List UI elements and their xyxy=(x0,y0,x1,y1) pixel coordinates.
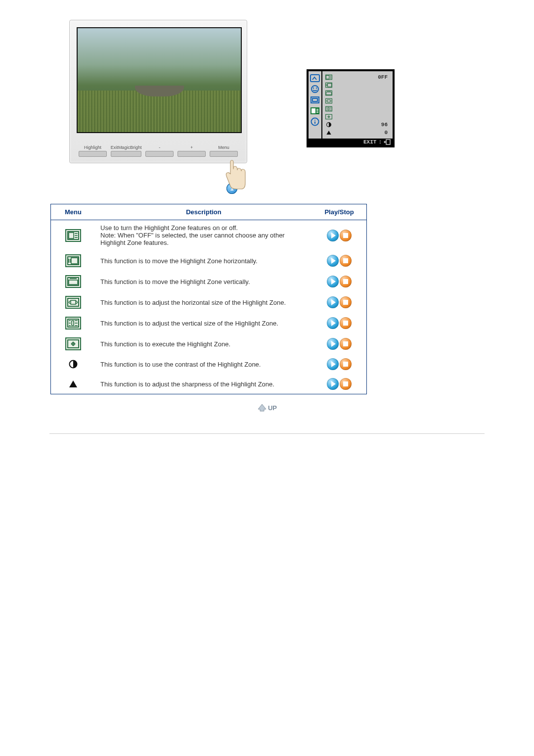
table-row: This function is to adjust the sharpness… xyxy=(51,374,367,394)
table-row: This function is to adjust the vertical … xyxy=(51,313,367,333)
execute-icon xyxy=(65,337,81,350)
stop-button[interactable] xyxy=(340,378,352,390)
osd-tab-info-icon xyxy=(310,117,320,127)
contrast-icon xyxy=(325,122,332,128)
monitor-button-cap xyxy=(111,151,142,157)
monitor-button-label-top: + xyxy=(178,141,206,150)
execute-icon xyxy=(325,114,332,120)
osd-value: 96 xyxy=(381,122,390,128)
play-button[interactable] xyxy=(327,230,339,241)
monitor-button-cap xyxy=(79,151,107,157)
menu-icon-cell xyxy=(51,354,96,374)
monitor-button-cap xyxy=(178,151,206,157)
stop-button[interactable] xyxy=(340,358,352,370)
monitor-mock: HighlightExitMagicBright-+Menu xyxy=(69,20,247,163)
monitor-button-row: HighlightExitMagicBright-+Menu xyxy=(77,141,240,159)
svg-rect-40 xyxy=(386,140,390,144)
monitor-column: HighlightExitMagicBright-+Menu 1 xyxy=(69,20,247,194)
hand-pointer-graphic xyxy=(69,160,247,185)
v-move-icon xyxy=(325,90,332,96)
osd-exit-icon xyxy=(384,139,391,145)
menu-icon-cell xyxy=(51,292,96,313)
play-button[interactable] xyxy=(327,338,339,350)
monitor-button-label-top: Menu xyxy=(210,141,238,150)
menu-icon-cell xyxy=(51,220,96,251)
stop-button[interactable] xyxy=(340,255,352,267)
monitor-button-cap xyxy=(210,151,238,157)
osd-tab-strip xyxy=(309,71,322,139)
description-cell: Use to turn the Highlight Zone features … xyxy=(95,220,312,251)
stop-button[interactable] xyxy=(340,338,352,350)
h-move-icon xyxy=(65,254,81,267)
osd-tab-picture-icon xyxy=(310,73,320,83)
stop-button[interactable] xyxy=(340,230,352,241)
hz-toggle-icon xyxy=(65,229,81,242)
monitor-button-label-top: - xyxy=(145,141,174,150)
osd-row-contrast: 96 xyxy=(325,121,390,129)
play-button[interactable] xyxy=(327,378,339,390)
up-arrow-icon xyxy=(257,403,267,412)
monitor-button-label-top: Highlight xyxy=(79,141,107,150)
table-row: This function is to move the Highlight Z… xyxy=(51,271,367,292)
play-button[interactable] xyxy=(327,358,339,370)
menu-icon-cell xyxy=(51,374,96,394)
osd-tab-highlight-icon xyxy=(310,106,320,116)
up-label: UP xyxy=(268,404,277,412)
col-header-menu: Menu xyxy=(51,204,96,220)
back-to-top-link[interactable]: UP xyxy=(109,403,425,414)
description-cell: This function is to move the Highlight Z… xyxy=(95,271,312,292)
play-button[interactable] xyxy=(327,317,339,329)
highlight-zone-table: Menu Description Play/Stop Use to turn t… xyxy=(50,204,367,394)
osd-value: 0 xyxy=(384,130,390,136)
monitor-button-2: - xyxy=(145,141,174,157)
col-header-playstop: Play/Stop xyxy=(312,204,367,220)
v-move-icon xyxy=(65,275,81,288)
table-row: This function is to move the Highlight Z… xyxy=(51,250,367,271)
table-row: This function is to execute the Highligh… xyxy=(51,333,367,354)
description-cell: This function is to adjust the horizonta… xyxy=(95,292,312,313)
monitor-button-3: + xyxy=(178,141,206,157)
menu-icon-cell xyxy=(51,271,96,292)
monitor-button-0: Highlight xyxy=(79,141,107,157)
monitor-button-cap xyxy=(145,151,174,157)
col-header-description: Description xyxy=(95,204,312,220)
osd-row-hz-toggle: 0FF xyxy=(325,73,390,81)
osd-row-h-size xyxy=(325,97,390,105)
osd-row-execute xyxy=(325,113,390,121)
h-size-icon xyxy=(65,296,81,309)
osd-row-h-move xyxy=(325,81,390,89)
osd-tab-geometry-icon xyxy=(310,95,320,105)
stop-button[interactable] xyxy=(340,296,352,308)
osd-tab-color-icon xyxy=(310,84,320,94)
monitor-button-4: Menu xyxy=(210,141,238,157)
description-cell: This function is to move the Highlight Z… xyxy=(95,250,312,271)
osd-exit-label: EXIT xyxy=(363,139,376,145)
v-size-icon xyxy=(65,317,81,330)
play-button[interactable] xyxy=(327,296,339,308)
osd-footer: EXIT : xyxy=(309,139,393,145)
monitor-screen xyxy=(77,27,242,133)
osd-row-sharpness: 0 xyxy=(325,129,390,137)
osd-panel: 0FF960 EXIT : xyxy=(307,69,395,147)
description-cell: This function is to use the contrast of … xyxy=(95,354,312,374)
description-cell: This function is to adjust the vertical … xyxy=(95,313,312,333)
menu-icon-cell xyxy=(51,313,96,333)
h-size-icon xyxy=(325,98,332,104)
contrast-icon xyxy=(66,359,80,370)
play-button[interactable] xyxy=(327,255,339,267)
stop-button[interactable] xyxy=(340,317,352,329)
play-button[interactable] xyxy=(327,276,339,287)
description-cell: This function is to execute the Highligh… xyxy=(95,333,312,354)
osd-value: 0FF xyxy=(378,74,390,80)
sharpness-icon xyxy=(66,378,80,389)
osd-row-v-move xyxy=(325,89,390,97)
table-row: Use to turn the Highlight Zone features … xyxy=(51,220,367,251)
hz-toggle-icon xyxy=(325,74,332,80)
menu-icon-cell xyxy=(51,333,96,354)
section-divider xyxy=(49,433,485,434)
stop-button[interactable] xyxy=(340,276,352,287)
osd-exit-colon: : xyxy=(378,139,382,145)
osd-item-list: 0FF960 xyxy=(322,71,393,139)
illustration-row: HighlightExitMagicBright-+Menu 1 0FF960 … xyxy=(69,20,485,194)
v-size-icon xyxy=(325,106,332,112)
